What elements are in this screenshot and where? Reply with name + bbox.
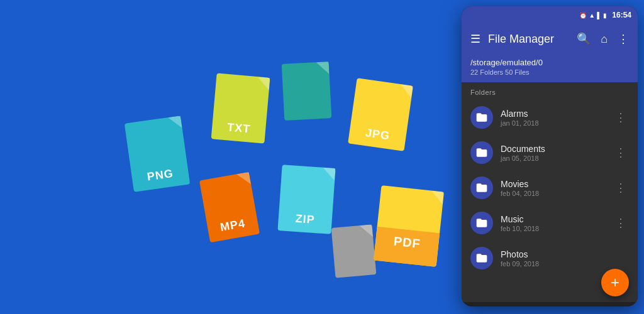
folder-date-movies: feb 04, 2018 xyxy=(501,190,613,197)
status-bar: ⏰ ▲ ▌ ▮ 16:54 xyxy=(462,6,638,24)
folder-item-music[interactable]: Music feb 10, 2018 ⋮ xyxy=(462,205,638,241)
path-sub: 22 Folders 50 Files xyxy=(470,68,629,76)
menu-button[interactable]: ☰ xyxy=(468,30,483,48)
wifi-icon: ▲ xyxy=(589,12,595,19)
section-label: Folders xyxy=(462,82,638,100)
folder-icon-movies xyxy=(470,176,493,199)
folder-more-alarms[interactable]: ⋮ xyxy=(613,108,629,127)
app-title: File Manager xyxy=(488,33,569,46)
alarm-icon: ⏰ xyxy=(579,12,587,19)
folder-info-documents: Documents jan 05, 2018 xyxy=(501,144,613,162)
teal-file-icon xyxy=(282,62,332,121)
folder-name-alarms: Alarms xyxy=(501,109,613,119)
folder-info-photos: Photos feb 09, 2018 xyxy=(501,249,629,268)
zip-file-icon: ZIP xyxy=(277,165,335,234)
search-button[interactable]: 🔍 xyxy=(574,30,593,48)
folder-date-documents: jan 05, 2018 xyxy=(501,154,613,162)
mp4-file-icon: MP4 xyxy=(199,172,260,242)
folder-icon-music xyxy=(470,212,493,234)
folder-item-alarms[interactable]: Alarms jan 01, 2018 ⋮ xyxy=(462,100,638,135)
folder-icon-photos xyxy=(470,247,493,269)
folder-info-alarms: Alarms jan 01, 2018 xyxy=(501,109,613,127)
folder-more-movies[interactable]: ⋮ xyxy=(613,178,629,197)
png-file-icon: PNG xyxy=(125,116,190,192)
folder-date-photos: feb 09, 2018 xyxy=(501,260,629,268)
jpg-label: JPG xyxy=(365,126,391,143)
jpg-file-icon: JPG xyxy=(348,78,413,151)
folder-name-documents: Documents xyxy=(501,144,613,154)
path-bar: /storage/emulated/0 22 Folders 50 Files xyxy=(462,54,638,82)
folder-icon-alarms xyxy=(470,106,493,129)
txt-label: TXT xyxy=(226,121,251,136)
toolbar: ☰ File Manager 🔍 ⌂ ⋮ xyxy=(462,24,638,54)
folder-info-movies: Movies feb 04, 2018 xyxy=(501,179,613,197)
folder-more-documents[interactable]: ⋮ xyxy=(613,143,629,162)
folder-icon-documents xyxy=(470,141,493,164)
pdf-label: PDF xyxy=(393,234,421,251)
txt-file-icon: TXT xyxy=(211,73,270,143)
mp4-label: MP4 xyxy=(219,217,247,234)
folder-name-music: Music xyxy=(501,214,613,224)
folder-name-movies: Movies xyxy=(501,179,613,189)
fab-button[interactable]: + xyxy=(601,269,629,296)
status-time: 16:54 xyxy=(612,11,631,19)
home-button[interactable]: ⌂ xyxy=(598,30,610,48)
gray-file-icon xyxy=(331,224,377,278)
folder-item-documents[interactable]: Documents jan 05, 2018 ⋮ xyxy=(462,135,638,170)
battery-icon: ▮ xyxy=(603,12,607,19)
folder-name-photos: Photos xyxy=(501,249,629,259)
more-button[interactable]: ⋮ xyxy=(615,30,631,48)
folder-date-alarms: jan 01, 2018 xyxy=(501,119,613,127)
path-text: /storage/emulated/0 xyxy=(470,58,629,67)
fab-plus-icon: + xyxy=(611,275,619,290)
zip-label: ZIP xyxy=(295,212,315,227)
status-icons: ⏰ ▲ ▌ ▮ xyxy=(579,12,607,19)
device-frame: ⏰ ▲ ▌ ▮ 16:54 ☰ File Manager 🔍 ⌂ ⋮ /stor… xyxy=(462,6,638,306)
signal-icon: ▌ xyxy=(597,12,601,19)
png-label: PNG xyxy=(147,167,175,184)
folder-info-music: Music feb 10, 2018 xyxy=(501,214,613,232)
folder-item-movies[interactable]: Movies feb 04, 2018 ⋮ xyxy=(462,170,638,205)
pdf-file-icon: PDF xyxy=(374,185,444,267)
folder-date-music: feb 10, 2018 xyxy=(501,225,613,232)
folder-more-music[interactable]: ⋮ xyxy=(613,214,629,232)
